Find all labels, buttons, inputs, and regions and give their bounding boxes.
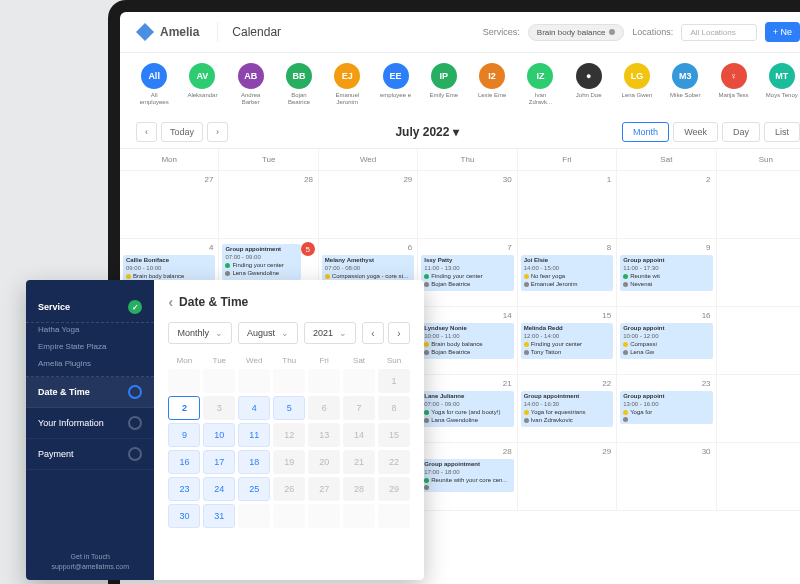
step-payment[interactable]: Payment: [26, 439, 154, 470]
mini-date-cell[interactable]: 1: [378, 369, 410, 393]
view-tab[interactable]: Month: [622, 122, 669, 142]
employee-chip[interactable]: M3Mike Sober: [667, 63, 703, 106]
employee-chip[interactable]: ABAndrea Barber: [233, 63, 269, 106]
calendar-cell[interactable]: 28 Group appointment 17:00 - 18:00 Reuni…: [418, 443, 517, 511]
mini-date-cell[interactable]: 10: [203, 423, 235, 447]
month-label[interactable]: July 2022 ▾: [395, 125, 458, 139]
calendar-cell[interactable]: 30: [418, 171, 517, 239]
appointment-card[interactable]: Melinda Redd 12:00 - 14:00 Finding your …: [521, 323, 613, 358]
mini-date-cell[interactable]: 12: [273, 423, 305, 447]
calendar-cell[interactable]: 22 Group appointment 14:00 - 16:30 Yoga …: [518, 375, 617, 443]
appointment-card[interactable]: Group appointment 07:00 - 09:00 Finding …: [222, 244, 300, 279]
mini-date-cell[interactable]: 26: [273, 477, 305, 501]
mini-date-cell[interactable]: 8: [378, 396, 410, 420]
view-tab[interactable]: Day: [722, 122, 760, 142]
calendar-cell[interactable]: 30: [617, 443, 716, 511]
step-service[interactable]: Service✓: [26, 292, 154, 323]
employee-chip[interactable]: AVAleksandar: [184, 63, 220, 106]
service-item[interactable]: Amelia Plugins: [26, 357, 154, 377]
mini-date-cell[interactable]: 29: [378, 477, 410, 501]
calendar-cell[interactable]: 24: [717, 375, 800, 443]
view-tab[interactable]: List: [764, 122, 800, 142]
calendar-cell[interactable]: 21 Lane Julianne 07:00 - 09:00 Yoga for …: [418, 375, 517, 443]
appointment-card[interactable]: Joi Elsie 14:00 - 15:00 No fear yoga Ema…: [521, 255, 613, 290]
new-button[interactable]: + Ne: [765, 22, 800, 42]
locations-select[interactable]: All Locations: [681, 24, 756, 41]
appointment-card[interactable]: Group appoint 10:00 - 12:00 Compassi Len…: [620, 323, 712, 358]
mini-date-cell[interactable]: 23: [168, 477, 200, 501]
calendar-cell[interactable]: 17: [717, 307, 800, 375]
appointment-card[interactable]: Lyndsey Nonie 10:00 - 11:00 Brain body b…: [421, 323, 513, 358]
calendar-cell[interactable]: 10: [717, 239, 800, 307]
employee-chip[interactable]: IPEmily Eme: [426, 63, 462, 106]
widget-title[interactable]: Date & Time: [168, 294, 410, 310]
calendar-cell[interactable]: 14 Lyndsey Nonie 10:00 - 11:00 Brain bod…: [418, 307, 517, 375]
service-item[interactable]: Empire State Plaza: [26, 340, 154, 357]
mini-date-cell[interactable]: 4: [238, 396, 270, 420]
employee-chip[interactable]: EJEmanuel Jeronim: [329, 63, 365, 106]
employee-chip[interactable]: ♀Marija Tess: [715, 63, 751, 106]
mini-date-cell[interactable]: 18: [238, 450, 270, 474]
mini-date-cell[interactable]: 24: [203, 477, 235, 501]
mini-date-cell[interactable]: 16: [168, 450, 200, 474]
mini-date-cell[interactable]: 11: [238, 423, 270, 447]
appointment-card[interactable]: Group appointment 17:00 - 18:00 Reunite …: [421, 459, 513, 491]
appointment-card[interactable]: Group appoint 11:00 - 17:30 Reunite wit …: [620, 255, 712, 290]
calendar-cell[interactable]: 2: [617, 171, 716, 239]
step-datetime[interactable]: Date & Time: [26, 377, 154, 408]
mini-date-cell[interactable]: 31: [203, 504, 235, 528]
mini-date-cell[interactable]: 27: [308, 477, 340, 501]
mini-date-cell[interactable]: 13: [308, 423, 340, 447]
calendar-cell[interactable]: 15 Melinda Redd 12:00 - 14:00 Finding yo…: [518, 307, 617, 375]
mini-date-cell[interactable]: 25: [238, 477, 270, 501]
mini-date-cell[interactable]: 14: [343, 423, 375, 447]
calendar-cell[interactable]: 29: [319, 171, 418, 239]
mini-date-cell[interactable]: 7: [343, 396, 375, 420]
service-tag[interactable]: Brain body balance: [528, 24, 625, 41]
appointment-card[interactable]: Group appoint 13:00 - 16:00 Yoga for: [620, 391, 712, 423]
appointment-card[interactable]: Lane Julianne 07:00 - 09:00 Yoga for cor…: [421, 391, 513, 426]
mini-date-cell[interactable]: 17: [203, 450, 235, 474]
mini-date-cell[interactable]: 22: [378, 450, 410, 474]
calendar-cell[interactable]: 28: [219, 171, 318, 239]
recurrence-select[interactable]: Monthly: [168, 322, 232, 344]
employee-chip[interactable]: I2Lexie Eme: [474, 63, 510, 106]
employee-chip[interactable]: ●John Doe: [571, 63, 607, 106]
employee-chip[interactable]: BBBojan Beatrice: [281, 63, 317, 106]
calendar-cell[interactable]: 27: [120, 171, 219, 239]
employee-chip[interactable]: EEemployee e: [377, 63, 413, 106]
mini-date-cell[interactable]: 6: [308, 396, 340, 420]
employee-chip[interactable]: AllAll employees: [136, 63, 172, 106]
mini-date-cell[interactable]: 15: [378, 423, 410, 447]
month-select[interactable]: August: [238, 322, 298, 344]
appointment-card[interactable]: Issy Patty 11:00 - 13:00 Finding your ce…: [421, 255, 513, 290]
employee-chip[interactable]: MTMoys Tenoy: [764, 63, 800, 106]
employee-chip[interactable]: IZIvan Zdravk...: [522, 63, 558, 106]
prev-button[interactable]: ‹: [136, 122, 157, 142]
mini-date-cell[interactable]: 30: [168, 504, 200, 528]
mini-date-cell[interactable]: 19: [273, 450, 305, 474]
next-button[interactable]: ›: [207, 122, 228, 142]
mini-next-button[interactable]: ›: [388, 322, 410, 344]
calendar-cell[interactable]: 8 Joi Elsie 14:00 - 15:00 No fear yoga E…: [518, 239, 617, 307]
appointment-card[interactable]: Group appointment 14:00 - 16:30 Yoga for…: [521, 391, 613, 426]
calendar-cell[interactable]: 7 Issy Patty 11:00 - 13:00 Finding your …: [418, 239, 517, 307]
mini-date-cell[interactable]: 3: [203, 396, 235, 420]
calendar-cell[interactable]: 16 Group appoint 10:00 - 12:00 Compassi …: [617, 307, 716, 375]
mini-date-cell[interactable]: 21: [343, 450, 375, 474]
calendar-cell[interactable]: 1: [518, 171, 617, 239]
mini-date-cell[interactable]: 20: [308, 450, 340, 474]
service-item[interactable]: Hatha Yoga: [26, 323, 154, 340]
mini-date-cell[interactable]: 9: [168, 423, 200, 447]
mini-prev-button[interactable]: ‹: [362, 322, 384, 344]
calendar-cell[interactable]: 9 Group appoint 11:00 - 17:30 Reunite wi…: [617, 239, 716, 307]
mini-date-cell[interactable]: 2: [168, 396, 200, 420]
view-tab[interactable]: Week: [673, 122, 718, 142]
calendar-cell[interactable]: 29: [518, 443, 617, 511]
year-select[interactable]: 2021: [304, 322, 356, 344]
mini-date-cell[interactable]: 28: [343, 477, 375, 501]
mini-date-cell[interactable]: 5: [273, 396, 305, 420]
calendar-cell[interactable]: 23 Group appoint 13:00 - 16:00 Yoga for: [617, 375, 716, 443]
calendar-cell[interactable]: 31: [717, 443, 800, 511]
employee-chip[interactable]: LGLena Gwen: [619, 63, 655, 106]
